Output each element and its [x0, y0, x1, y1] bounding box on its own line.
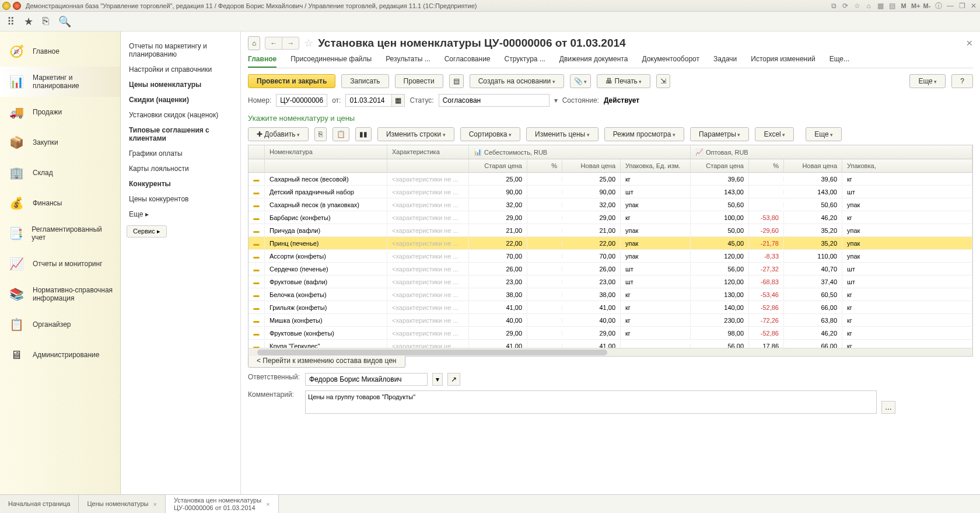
col-old-price-2[interactable]: Старая цена	[691, 159, 749, 172]
subpanel-item-2[interactable]: Цены номенклатуры	[127, 77, 235, 92]
doc-tab-5[interactable]: Движения документа	[559, 53, 628, 68]
col-characteristic[interactable]: Характеристика	[387, 145, 469, 159]
comment-field[interactable]	[305, 390, 877, 414]
responsible-field[interactable]: Федоров Борис Михайлович	[305, 373, 428, 386]
subpanel-item-7[interactable]: Карты лояльности	[127, 161, 235, 176]
subpanel-item-10[interactable]: Еще ▸	[127, 207, 235, 222]
post-and-close-button[interactable]: Провести и закрыть	[248, 74, 335, 88]
memory-m[interactable]: M	[900, 2, 908, 10]
memory-m-plus[interactable]: M+	[911, 2, 919, 10]
attach-icon-button[interactable]: 📎	[570, 74, 592, 88]
change-rows-button[interactable]: Изменить строки	[377, 127, 454, 141]
horizontal-scrollbar[interactable]	[249, 348, 972, 356]
home-button[interactable]: ⌂	[248, 36, 260, 50]
subpanel-item-1[interactable]: Настройки и справочники	[127, 62, 235, 77]
doc-tab-2[interactable]: Результаты ...	[386, 53, 430, 68]
table-row[interactable]: ▬Причуда (вафли)<характеристики не ...21…	[249, 224, 972, 237]
subpanel-item-5[interactable]: Типовые соглашения с клиентами	[127, 123, 235, 146]
table-row[interactable]: ▬Ассорти (конфеты)<характеристики не ...…	[249, 250, 972, 263]
doc-tab-7[interactable]: Задачи	[713, 53, 737, 68]
print-button[interactable]: 🖶 Печать	[597, 74, 650, 88]
minimize-icon[interactable]: —	[946, 2, 954, 10]
favorite-star-icon[interactable]: ☆	[304, 37, 313, 50]
table-row[interactable]: ▬Фруктовые (вафли)<характеристики не ...…	[249, 275, 972, 288]
service-button[interactable]: Сервис ▸	[127, 225, 167, 238]
subpanel-item-3[interactable]: Скидки (наценки)	[127, 92, 235, 107]
close-icon[interactable]: ✕	[970, 2, 978, 10]
table-row[interactable]: ▬Фруктовые (конфеты)<характеристики не .…	[249, 327, 972, 340]
table-row[interactable]: ▬Сахарный песок (в упаковках)<характерис…	[249, 198, 972, 211]
copy-icon-button[interactable]: ⎘	[314, 127, 327, 141]
nav-back-forward[interactable]: ←→	[265, 37, 299, 50]
create-based-on-button[interactable]: Создать на основании	[470, 74, 564, 88]
subpanel-item-9[interactable]: Цены конкурентов	[127, 191, 235, 207]
nav-item-7[interactable]: 📈Отчеты и мониторинг	[0, 249, 120, 279]
col-old-price-1[interactable]: Старая цена	[469, 159, 527, 172]
col-nomenclature[interactable]: Номенклатура	[265, 145, 387, 159]
tab-close-icon[interactable]: ×	[266, 501, 270, 508]
col-pack-1[interactable]: Упаковка, Ед. изм.	[621, 159, 691, 172]
doc-tab-6[interactable]: Документооборот	[642, 53, 699, 68]
tb-icon-grid[interactable]: ▦	[876, 2, 884, 10]
close-content-icon[interactable]: ✕	[966, 39, 973, 48]
nav-item-1[interactable]: 📊Маркетинг ипланирование	[0, 67, 120, 97]
view-mode-button[interactable]: Режим просмотра	[604, 127, 684, 141]
doc-tab-1[interactable]: Присоединенные файлы	[290, 53, 372, 68]
nav-item-6[interactable]: 📑Регламентированный учет	[0, 218, 120, 249]
barcode-icon-button[interactable]: ▮▮	[355, 127, 372, 141]
more-actions-button[interactable]: Еще	[909, 74, 946, 88]
calendar-icon[interactable]: ▦	[392, 94, 405, 107]
tb-icon-star[interactable]: ☆	[853, 2, 861, 10]
nav-item-9[interactable]: 📋Органайзер	[0, 309, 120, 340]
window-tab-1[interactable]: Цены номенклатуры×	[79, 495, 165, 513]
doc-tab-9[interactable]: Еще...	[830, 53, 849, 68]
write-button[interactable]: Записать	[341, 74, 388, 88]
grid-more-button[interactable]: Еще	[806, 127, 842, 141]
history-icon[interactable]: ⎘	[43, 15, 49, 27]
memory-m-minus[interactable]: M-	[923, 2, 931, 10]
apps-icon[interactable]: ⠿	[7, 15, 15, 28]
tb-icon-1[interactable]: ⧉	[830, 2, 838, 10]
table-row[interactable]: ▬Принц (печенье)<характеристики не ...22…	[249, 237, 972, 250]
tab-close-icon[interactable]: ×	[153, 501, 156, 508]
nav-item-2[interactable]: 🚚Продажи	[0, 97, 120, 127]
doc-tab-4[interactable]: Структура ...	[505, 53, 545, 68]
nav-item-3[interactable]: 📦Закупки	[0, 127, 120, 158]
col-new-price-1[interactable]: Новая цена	[562, 159, 621, 172]
col-new-price-2[interactable]: Новая цена	[784, 159, 842, 172]
subpanel-item-4[interactable]: Установки скидок (наценок)	[127, 107, 235, 123]
export-icon-button[interactable]: ⇲	[656, 74, 670, 88]
nav-item-10[interactable]: 🖥Администрирование	[0, 340, 120, 370]
expand-icon[interactable]: …	[881, 401, 895, 414]
open-icon[interactable]: ↗	[447, 373, 460, 386]
maximize-icon[interactable]: ❐	[958, 2, 966, 10]
table-row[interactable]: ▬Сердечко (печенье)<характеристики не ..…	[249, 263, 972, 275]
status-field[interactable]: Согласован	[439, 94, 550, 107]
window-tab-0[interactable]: Начальная страница	[0, 495, 79, 513]
subpanel-item-8[interactable]: Конкуренты	[127, 176, 235, 191]
nav-item-8[interactable]: 📚Нормативно-справочнаяинформация	[0, 279, 120, 309]
add-button[interactable]: ✚ Добавить	[248, 127, 309, 141]
tb-icon-2[interactable]: ⟳	[841, 2, 849, 10]
table-row[interactable]: ▬Сахарный песок (весовой)<характеристики…	[249, 173, 972, 186]
tb-icon-calc[interactable]: ▤	[888, 2, 896, 10]
table-row[interactable]: ▬Грильяж (конфеты)<характеристики не ...…	[249, 301, 972, 314]
table-row[interactable]: ▬Мишка (конфеты)<характеристики не ...40…	[249, 314, 972, 327]
sort-button[interactable]: Сортировка	[460, 127, 520, 141]
col-pct-1[interactable]: %	[527, 159, 562, 172]
help-button[interactable]: ?	[951, 74, 973, 88]
doc-tab-8[interactable]: История изменений	[751, 53, 815, 68]
dropdown-icon[interactable]: ▾	[432, 373, 443, 386]
nav-item-4[interactable]: 🏢Склад	[0, 158, 120, 188]
doc-tab-0[interactable]: Главное	[248, 53, 276, 68]
table-row[interactable]: ▬Барбарис (конфеты)<характеристики не ..…	[249, 211, 972, 224]
table-row[interactable]: ▬Крупа "Геркулес"<характеристики не ...4…	[249, 340, 972, 348]
report-icon-button[interactable]: ▤	[449, 74, 464, 88]
col-pct-2[interactable]: %	[749, 159, 784, 172]
doc-tab-3[interactable]: Согласование	[444, 53, 491, 68]
change-prices-button[interactable]: Изменить цены	[526, 127, 598, 141]
table-row[interactable]: ▬Детский праздничный набор<характеристик…	[249, 186, 972, 198]
post-button[interactable]: Провести	[395, 74, 443, 88]
nav-item-5[interactable]: 💰Финансы	[0, 188, 120, 218]
nav-item-0[interactable]: 🧭Главное	[0, 36, 120, 67]
